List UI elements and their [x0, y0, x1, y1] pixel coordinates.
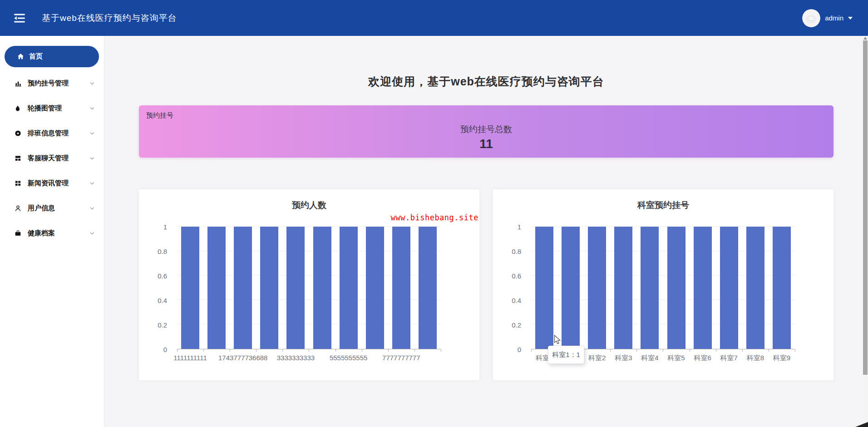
- sidebar-item-chat-mgmt[interactable]: 客服聊天管理: [0, 146, 104, 171]
- x-axis: 1111111111174377773668833333333335555555…: [177, 354, 441, 363]
- bar-series: [531, 227, 795, 349]
- bar-slot: [742, 227, 769, 349]
- bar[interactable]: [614, 227, 632, 349]
- scrollbar-thumb[interactable]: [863, 40, 868, 375]
- y-tick-label: 0.6: [512, 273, 521, 279]
- chevron-down-icon: [89, 231, 95, 236]
- bar-slot: [362, 227, 388, 349]
- bar-slot: [335, 227, 362, 349]
- vertical-scrollbar[interactable]: [863, 36, 868, 427]
- bar-slot: [636, 227, 663, 349]
- x-tick-label: 3333333333: [282, 354, 309, 363]
- bar[interactable]: [720, 227, 738, 349]
- x-tick-label: 1111111111: [177, 354, 203, 363]
- username-label[interactable]: admin: [825, 14, 843, 22]
- sidebar-item-appointment-mgmt[interactable]: 预约挂号管理: [0, 71, 104, 96]
- bar-slot: [531, 227, 557, 349]
- metric-value: 11: [139, 137, 833, 151]
- bar[interactable]: [313, 227, 331, 349]
- bar[interactable]: [562, 227, 580, 349]
- user-menu[interactable]: admin: [802, 9, 853, 27]
- watermark-text: www.bishebang.site: [391, 213, 478, 222]
- avatar[interactable]: [802, 9, 820, 27]
- bar[interactable]: [366, 227, 384, 349]
- y-tick-label: 0.2: [512, 322, 521, 328]
- sidebar-item-home[interactable]: 首页: [5, 46, 99, 67]
- bar-slot: [584, 227, 610, 349]
- bar[interactable]: [535, 227, 553, 349]
- bar[interactable]: [588, 227, 606, 349]
- x-tick-label: 科室8: [742, 354, 769, 363]
- chevron-down-icon: [89, 131, 95, 136]
- y-axis: 00.20.40.60.81: [139, 227, 173, 349]
- bar-slot: [414, 227, 441, 349]
- y-tick-label: 0.8: [158, 248, 167, 255]
- chevron-down-icon: [89, 81, 95, 86]
- bar[interactable]: [286, 227, 305, 349]
- home-icon: [17, 53, 25, 60]
- bar-slot: [309, 227, 335, 349]
- bar-series: [177, 227, 441, 349]
- bar[interactable]: [746, 227, 764, 349]
- app-title: 基于web在线医疗预约与咨询平台: [42, 12, 177, 24]
- sidebar-item-label: 健康档案: [28, 229, 55, 238]
- bar-slot: [557, 227, 584, 349]
- bar[interactable]: [340, 227, 358, 349]
- summary-card-label: 预约挂号: [146, 111, 173, 120]
- y-tick-label: 0.8: [512, 248, 521, 255]
- bar[interactable]: [667, 227, 686, 349]
- sidebar-item-label: 用户信息: [28, 204, 55, 213]
- droplet-icon: [15, 105, 22, 112]
- x-tick-label: 7777777777: [388, 354, 414, 363]
- bar-slot: [663, 227, 689, 349]
- top-navbar: 基于web在线医疗预约与咨询平台 admin: [0, 0, 868, 36]
- y-tick-label: 0: [163, 346, 167, 353]
- menu-toggle-icon[interactable]: [14, 14, 25, 23]
- x-tick-label: 5555555555: [335, 354, 362, 363]
- sidebar-item-user-info[interactable]: 用户信息: [0, 196, 104, 221]
- bar[interactable]: [773, 227, 791, 349]
- page-title: 欢迎使用，基于web在线医疗预约与咨询平台: [139, 74, 833, 89]
- bar[interactable]: [260, 227, 278, 349]
- scroll-up-arrow-icon[interactable]: [863, 37, 867, 40]
- x-tick-label: [414, 354, 441, 363]
- chevron-down-icon: [89, 206, 95, 211]
- sidebar-item-label: 客服聊天管理: [28, 154, 69, 163]
- x-tick-label: 科室2: [584, 354, 610, 363]
- y-tick-label: 1: [518, 223, 521, 230]
- appointment-summary-card: 预约挂号 预约挂号总数 11: [139, 105, 833, 158]
- user-icon: [15, 205, 22, 212]
- chart-title: 预约人数: [139, 199, 479, 211]
- bar[interactable]: [694, 227, 712, 349]
- bar[interactable]: [641, 227, 659, 349]
- bar-slot: [177, 227, 203, 349]
- bar-slot: [282, 227, 309, 349]
- record-icon: [15, 130, 22, 137]
- y-tick-label: 0.4: [158, 297, 167, 304]
- bar-slot: [230, 227, 256, 349]
- bar[interactable]: [207, 227, 226, 349]
- bar[interactable]: [392, 227, 410, 349]
- bar[interactable]: [419, 227, 437, 349]
- mouse-cursor-icon: [554, 335, 562, 348]
- x-tick-label: 科室6: [690, 354, 716, 363]
- bar-slot: [769, 227, 795, 349]
- sidebar-item-carousel-mgmt[interactable]: 轮播图管理: [0, 96, 104, 121]
- bar[interactable]: [234, 227, 252, 349]
- plot-area: [531, 227, 795, 349]
- sidebar-item-schedule-mgmt[interactable]: 排班信息管理: [0, 121, 104, 146]
- bar-slot: [690, 227, 716, 349]
- plot-area: [177, 227, 441, 349]
- y-tick-label: 1: [163, 223, 167, 230]
- bar[interactable]: [181, 227, 199, 349]
- y-axis: 00.20.40.60.81: [493, 227, 527, 349]
- sidebar-item-label: 轮播图管理: [28, 104, 62, 113]
- sidebar-item-health-records[interactable]: 健康档案: [0, 221, 104, 246]
- sidebar: 首页 预约挂号管理 轮播图管理 排班信息管理: [0, 36, 104, 427]
- chevron-down-icon: [89, 106, 95, 111]
- y-tick-label: 0.2: [158, 322, 167, 328]
- briefcase-icon: [15, 230, 22, 237]
- bar-slot: [610, 227, 636, 349]
- sidebar-item-news-mgmt[interactable]: 新闻资讯管理: [0, 171, 104, 196]
- metric-label: 预约挂号总数: [139, 124, 833, 135]
